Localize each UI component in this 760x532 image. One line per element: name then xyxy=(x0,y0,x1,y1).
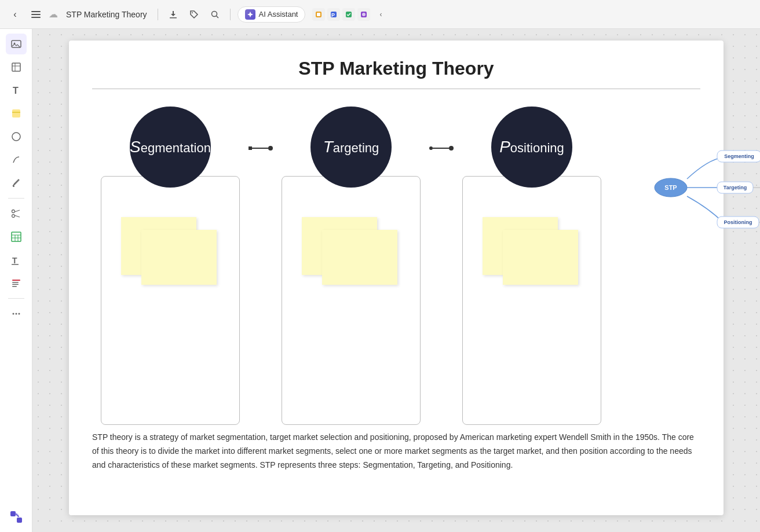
svg-point-22 xyxy=(12,133,20,141)
stp-card-segmentation xyxy=(101,176,240,425)
menu-button[interactable] xyxy=(28,6,44,23)
mindmap-targeting-label: Targeting xyxy=(724,185,747,190)
connector-2 xyxy=(429,146,454,151)
stp-card-targeting xyxy=(282,176,421,425)
mindmap-area: STP Segmenting Geographical s xyxy=(627,107,760,271)
stp-card-positioning xyxy=(462,176,601,425)
svg-point-23 xyxy=(13,185,14,187)
left-sidebar: T xyxy=(0,29,32,532)
canvas-area[interactable]: STP Marketing Theory Segmentation xyxy=(32,29,760,532)
stp-diagram-row: Segmentation xyxy=(92,107,700,425)
document-title: STP Marketing Theory xyxy=(92,58,700,79)
sticky-group-3 xyxy=(471,217,587,292)
svg-rect-8 xyxy=(317,13,320,16)
sidebar-item-scissors[interactable] xyxy=(6,203,27,224)
plugin-icon-2[interactable]: P xyxy=(327,8,340,21)
sidebar-item-list[interactable] xyxy=(6,273,27,293)
sticky-front-1 xyxy=(141,230,217,285)
document-title: STP Marketing Theory xyxy=(66,10,147,19)
svg-line-26 xyxy=(14,210,20,212)
document-container: STP Marketing Theory Segmentation xyxy=(69,41,724,515)
connector-dot-2 xyxy=(268,146,273,151)
sidebar-item-template[interactable]: T xyxy=(6,250,27,270)
ai-icon xyxy=(245,9,255,20)
plugin-icon-4[interactable] xyxy=(357,8,370,21)
connector-line-2 xyxy=(433,148,449,149)
svg-rect-43 xyxy=(17,518,22,523)
sidebar-item-pen[interactable] xyxy=(6,149,27,170)
plugin-icon-1[interactable] xyxy=(312,8,325,21)
ai-assistant-label: AI Assistant xyxy=(259,10,298,19)
sidebar-item-frame[interactable] xyxy=(6,57,27,78)
document-description: STP theory is a strategy of market segme… xyxy=(92,431,700,472)
ai-assistant-button[interactable]: AI Assistant xyxy=(237,6,306,23)
mindmap-positioning-label: Positioning xyxy=(724,219,752,225)
stp-col-targeting: Targeting xyxy=(273,107,429,425)
mindmap-segmenting-label: Segmenting xyxy=(724,153,754,159)
plugin-icon-3[interactable] xyxy=(342,8,355,21)
svg-line-6 xyxy=(216,16,218,18)
svg-line-27 xyxy=(14,215,20,217)
tag-button[interactable] xyxy=(186,6,202,23)
mindmap-svg: STP Segmenting Geographical s xyxy=(627,107,760,269)
sticky-group-2 xyxy=(290,217,406,292)
svg-point-40 xyxy=(15,313,17,315)
connector-dot-4 xyxy=(449,146,454,151)
sidebar-separator-2 xyxy=(8,298,24,299)
sidebar-item-text[interactable]: T xyxy=(6,80,27,101)
svg-rect-2 xyxy=(31,17,41,18)
sidebar-item-sticky[interactable] xyxy=(6,103,27,124)
cloud-icon: ☁ xyxy=(49,9,58,20)
connector-1 xyxy=(249,146,273,151)
svg-rect-1 xyxy=(31,14,41,15)
svg-rect-28 xyxy=(12,232,21,241)
sidebar-item-table[interactable] xyxy=(6,226,27,247)
stp-circle-positioning: Positioning xyxy=(491,107,572,188)
svg-rect-42 xyxy=(10,511,16,516)
svg-rect-0 xyxy=(31,11,41,12)
svg-point-24 xyxy=(12,210,14,213)
main-layout: T xyxy=(0,29,760,532)
svg-text:P: P xyxy=(331,12,335,18)
svg-rect-35 xyxy=(12,280,20,281)
svg-point-39 xyxy=(12,313,14,315)
svg-text:T: T xyxy=(12,256,17,265)
card-top-spacer-2 xyxy=(290,194,412,203)
svg-rect-34 xyxy=(12,264,19,265)
svg-rect-20 xyxy=(12,109,20,118)
connector-line-1 xyxy=(252,148,268,149)
toolbar-divider-2 xyxy=(230,9,231,20)
svg-point-25 xyxy=(12,215,14,218)
stp-col-positioning: Positioning xyxy=(454,107,610,425)
svg-rect-3 xyxy=(170,17,177,19)
sidebar-item-more[interactable] xyxy=(6,303,27,324)
svg-rect-37 xyxy=(12,284,19,285)
stp-circle-targeting: Targeting xyxy=(310,107,392,188)
back-button[interactable]: ‹ xyxy=(7,6,23,23)
sidebar-separator-1 xyxy=(8,198,24,199)
plugins-chevron-button[interactable]: ‹ xyxy=(375,9,386,20)
mindmap-center-label: STP xyxy=(664,184,677,191)
plugin-icons-group: P xyxy=(312,8,370,21)
card-top-spacer xyxy=(109,194,231,203)
sticky-front-2 xyxy=(322,230,397,285)
stp-col-segmentation: Segmentation xyxy=(92,107,249,425)
sidebar-bottom-area xyxy=(6,507,27,527)
sidebar-item-shape[interactable] xyxy=(6,126,27,147)
stp-columns-group: Segmentation xyxy=(92,107,610,425)
svg-point-41 xyxy=(18,313,20,315)
top-toolbar: ‹ ☁ STP Marketing Theory AI Assistan xyxy=(0,0,760,29)
sidebar-item-connector[interactable] xyxy=(6,507,27,527)
svg-text:T: T xyxy=(13,86,19,96)
sticky-group-1 xyxy=(109,217,225,292)
card-top-spacer-3 xyxy=(471,194,593,203)
sidebar-item-brush[interactable] xyxy=(6,173,27,193)
sticky-front-3 xyxy=(503,230,578,285)
svg-rect-38 xyxy=(12,286,17,287)
download-button[interactable] xyxy=(165,6,181,23)
sidebar-item-image[interactable] xyxy=(6,34,27,54)
svg-point-4 xyxy=(192,12,193,13)
svg-rect-36 xyxy=(12,282,19,283)
search-button[interactable] xyxy=(207,6,223,23)
svg-point-13 xyxy=(362,13,366,16)
